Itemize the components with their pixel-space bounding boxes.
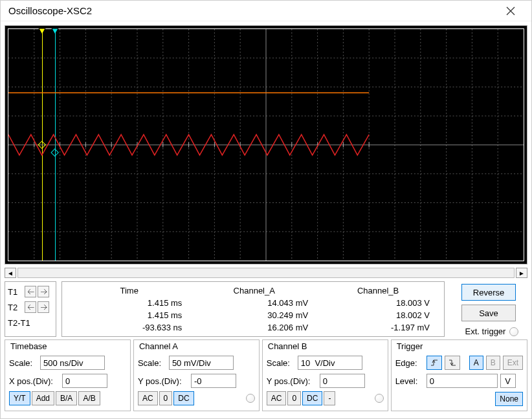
chb-invert-button[interactable]: - <box>324 391 335 405</box>
t1-label: T1 <box>8 287 23 297</box>
trigger-level-unit: V <box>500 374 516 388</box>
table-row: -93.633 ns 16.206 mV -1.197 mV <box>67 321 439 334</box>
trigger-panel: Trigger Edge: A B Ext Level: V None <box>391 339 527 411</box>
svg-rect-40 <box>51 149 58 156</box>
button-column: Reverse Save Ext. trigger <box>450 281 527 337</box>
col-time: Time <box>67 285 191 297</box>
scope-outer <box>5 25 527 264</box>
channel-b-panel: Channel B Scale: Y pos.(Div): AC 0 DC - <box>262 339 388 411</box>
timebase-scrollbar[interactable]: ◄ ► <box>5 267 527 279</box>
chb-ypos-input[interactable] <box>320 374 365 388</box>
edge-label: Edge: <box>395 358 424 368</box>
t1-left-button[interactable]: 🡠 <box>25 286 36 297</box>
t2-left-button[interactable]: 🡠 <box>25 301 36 313</box>
trigger-src-ext-button[interactable]: Ext <box>503 356 523 370</box>
chb-dc-button[interactable]: DC <box>302 391 322 405</box>
scroll-track[interactable] <box>17 268 515 278</box>
cha-scale-input[interactable] <box>169 356 234 370</box>
cha-dc-button[interactable]: DC <box>173 391 194 405</box>
channel-b-title: Channel B <box>267 341 384 351</box>
timebase-scale-input[interactable] <box>40 356 105 370</box>
trigger-src-b-button[interactable]: B <box>486 356 500 370</box>
falling-edge-button[interactable] <box>445 356 460 370</box>
cha-zero-button[interactable]: 0 <box>159 391 173 405</box>
ab-mode-button[interactable]: A/B <box>78 391 100 405</box>
cha-ypos-label: Y pos.(Div): <box>138 376 188 386</box>
col-chb: Channel_B <box>317 285 439 297</box>
chb-scale-input[interactable] <box>298 356 362 370</box>
t1-right-button[interactable]: 🡢 <box>38 286 49 297</box>
ext-trigger-led <box>509 327 518 336</box>
chb-led <box>375 394 384 403</box>
add-mode-button[interactable]: Add <box>32 391 54 405</box>
chb-ypos-label: Y pos.(Div): <box>267 376 317 386</box>
table-row: 1.415 ms 30.249 mV 18.002 V <box>67 309 439 321</box>
timebase-scale-label: Scale: <box>9 358 38 368</box>
rising-edge-button[interactable] <box>427 356 442 370</box>
trigger-src-a-button[interactable]: A <box>469 356 483 370</box>
ba-mode-button[interactable]: B/A <box>56 391 77 405</box>
timebase-title: Timebase <box>9 341 126 351</box>
table-row: 1.415 ms 14.043 mV 18.003 V <box>67 297 439 309</box>
xpos-label: X pos.(Div): <box>9 376 60 386</box>
mid-panel: T1 🡠 🡢 T2 🡠 🡢 T2-T1 Time Channel_A Chann… <box>1 281 531 339</box>
scope-wrap <box>1 21 531 266</box>
chb-ac-button[interactable]: AC <box>267 391 287 405</box>
titlebar: Oscilloscope-XSC2 <box>1 1 531 21</box>
falling-edge-icon <box>449 359 456 367</box>
rising-edge-icon <box>430 359 438 367</box>
ext-trigger-label: Ext. trigger <box>465 327 506 336</box>
reverse-button[interactable]: Reverse <box>461 284 516 301</box>
xpos-input[interactable] <box>62 374 107 388</box>
scope-display[interactable] <box>8 28 524 261</box>
cha-ac-button[interactable]: AC <box>138 391 158 405</box>
yt-mode-button[interactable]: Y/T <box>9 391 30 405</box>
col-cha: Channel_A <box>191 285 317 297</box>
trace-cha <box>8 134 369 155</box>
timebase-panel: Timebase Scale: X pos.(Div): Y/T Add B/A… <box>5 339 131 411</box>
traces <box>8 29 524 261</box>
window-title: Oscilloscope-XSC2 <box>8 5 498 16</box>
t2-right-button[interactable]: 🡢 <box>38 301 49 313</box>
channel-a-panel: Channel A Scale: Y pos.(Div): AC 0 DC <box>133 339 260 411</box>
t2-label: T2 <box>8 303 23 312</box>
level-label: Level: <box>395 376 424 386</box>
trigger-title: Trigger <box>395 341 523 351</box>
svg-rect-39 <box>38 141 45 148</box>
trigger-mode-none-button[interactable]: None <box>495 392 523 406</box>
chb-zero-button[interactable]: 0 <box>287 391 301 405</box>
close-icon <box>506 6 515 16</box>
scroll-left-button[interactable]: ◄ <box>5 268 16 278</box>
scroll-right-button[interactable]: ► <box>516 268 527 278</box>
cursors-box: T1 🡠 🡢 T2 🡠 🡢 T2-T1 <box>5 281 56 337</box>
measurement-table: Time Channel_A Channel_B 1.415 ms 14.043… <box>61 281 445 337</box>
cha-led <box>246 394 255 403</box>
t2-t1-label: T2-T1 <box>8 318 40 328</box>
channel-a-title: Channel A <box>138 341 255 351</box>
cha-scale-label: Scale: <box>138 358 166 368</box>
bottom-panels: Timebase Scale: X pos.(Div): Y/T Add B/A… <box>1 339 531 415</box>
trigger-level-input[interactable] <box>427 374 498 388</box>
save-button[interactable]: Save <box>461 305 516 321</box>
close-button[interactable] <box>498 1 524 21</box>
cha-ypos-input[interactable] <box>191 374 236 388</box>
chb-scale-label: Scale: <box>267 358 295 368</box>
